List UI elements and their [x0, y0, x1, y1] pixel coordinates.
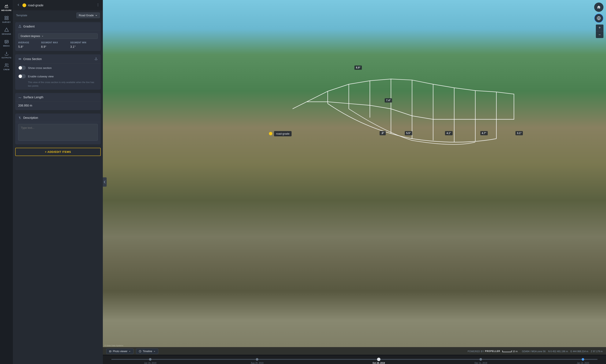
- zoom-out-button[interactable]: −: [596, 31, 604, 38]
- description-title: Description: [23, 116, 38, 119]
- timeline-label-5: Jan 19, 2020: [577, 362, 589, 364]
- sidebar-item-crew[interactable]: CREW: [0, 61, 13, 73]
- enable-cutaway-row: Enable cutaway view: [15, 72, 101, 80]
- svg-point-29: [110, 351, 110, 351]
- surface-length-icon: [18, 96, 22, 99]
- svg-rect-2: [7, 16, 8, 18]
- svg-text:T: T: [19, 117, 20, 118]
- main-panel: road-grade Template Road Grade: [13, 0, 103, 364]
- more-menu-button[interactable]: [96, 3, 100, 7]
- timeline-dot-4[interactable]: [480, 358, 482, 361]
- stat-seg-max: SEGMENT MAX 8.9°: [41, 41, 69, 48]
- title-dot: [22, 3, 26, 7]
- stat-average: AVERAGE 5.8°: [18, 41, 39, 48]
- svg-marker-5: [4, 28, 8, 31]
- panel-content: Gradient Gradient degrees AVERAGE 5.8°: [13, 21, 103, 364]
- timeline-bar: Jun 16, 2019 Aug 20, 2019 Oct 28, 2019 D…: [103, 355, 606, 364]
- sidebar-item-measure[interactable]: MEASURE: [0, 2, 13, 13]
- viewport[interactable]: road-grade 8.9° 7.4° 5.5° 4.1° 4.7° 3.1°…: [103, 0, 606, 364]
- svg-text:propeller: propeller: [485, 350, 500, 352]
- timeline-button[interactable]: Timeline: [136, 349, 158, 354]
- cross-section-header: Cross Section: [15, 54, 101, 64]
- zoom-in-button[interactable]: +: [596, 25, 604, 31]
- grade-annotation-dot: [269, 132, 272, 135]
- show-cross-section-toggle[interactable]: [18, 66, 26, 70]
- timeline-label-2: Aug 20, 2019: [251, 362, 264, 364]
- back-button[interactable]: [16, 2, 21, 8]
- photo-viewer-button[interactable]: Photo viewer: [106, 349, 134, 354]
- svg-point-9: [98, 4, 98, 4]
- description-card: T Description: [15, 114, 101, 144]
- cutaway-sublabel: This view of the cross section is only a…: [25, 80, 101, 90]
- surface-length-value: 208.950 m: [15, 102, 101, 110]
- map-attribution: © Solar Data Systems: [105, 345, 123, 347]
- timeline-label-3-active: Oct 28, 2019: [373, 362, 385, 364]
- scale-line: [502, 351, 512, 352]
- template-row: Template Road Grade: [13, 10, 103, 21]
- sidebar-item-survey[interactable]: SURVEY: [0, 13, 13, 25]
- grade-badge-89: 8.9°: [354, 65, 362, 70]
- show-cross-section-label: Show cross section: [28, 66, 52, 70]
- enable-cutaway-toggle[interactable]: [18, 74, 26, 78]
- stat-seg-min: SEGMENT MIN 3.1°: [70, 41, 98, 48]
- grade-badge-55: 5.5°: [405, 131, 412, 135]
- collapse-panel-button[interactable]: [103, 177, 107, 187]
- panel-header: road-grade: [13, 0, 103, 10]
- viewport-controls: + −: [594, 2, 604, 38]
- powered-by: POWERED BY propeller: [468, 350, 500, 353]
- download-icon[interactable]: [94, 57, 98, 61]
- gradient-icon: [18, 25, 22, 28]
- svg-rect-4: [7, 18, 8, 20]
- timeline-dot-5-end[interactable]: [582, 358, 584, 361]
- svg-marker-12: [19, 25, 21, 27]
- terrain-background: [103, 0, 606, 364]
- sidebar-item-outputs[interactable]: OUTPUTS: [0, 49, 13, 61]
- home-button[interactable]: [594, 2, 604, 12]
- timeline-label-4: Dec 11, 2019: [475, 362, 487, 364]
- panel-title: road-grade: [28, 3, 94, 7]
- cross-section-title: Cross Section: [23, 57, 42, 61]
- timeline-dot-3-active[interactable]: [377, 358, 380, 361]
- svg-point-8: [5, 64, 7, 65]
- cross-section-card: Cross Section Show cross section Enable …: [15, 54, 101, 90]
- show-cross-section-row: Show cross section: [15, 64, 101, 72]
- gradient-header: Gradient: [15, 22, 101, 31]
- icon-sidebar: MEASURE SURVEY DESIGNS MEDIA OUTPUTS: [0, 0, 13, 364]
- gradient-body: Gradient degrees AVERAGE 5.8° SEGMENT MA…: [15, 31, 101, 51]
- timeline-dot-2[interactable]: [256, 358, 258, 361]
- grade-badge-74: 7.4°: [385, 98, 392, 103]
- cross-section-icon: [18, 57, 22, 61]
- gradient-section: Gradient Gradient degrees AVERAGE 5.8°: [15, 22, 101, 51]
- grade-badge-47: 4.7°: [480, 131, 488, 135]
- timeline-dot-1[interactable]: [149, 358, 152, 361]
- grade-badge-31: 3.1°: [515, 131, 523, 135]
- sidebar-item-media[interactable]: MEDIA: [0, 37, 13, 49]
- gradient-title: Gradient: [23, 25, 35, 28]
- gradient-dropdown[interactable]: Gradient degrees: [18, 33, 98, 39]
- coordinates: GDA94 / MGA zone 56 N 6 452 481.196 m E …: [522, 350, 603, 352]
- stats-row: AVERAGE 5.8° SEGMENT MAX 8.9° SEGMENT MI…: [18, 41, 98, 48]
- svg-rect-3: [5, 18, 6, 20]
- template-select[interactable]: Road Grade: [76, 13, 100, 18]
- enable-cutaway-label: Enable cutaway view: [28, 75, 54, 78]
- grade-badge-9: .9°: [380, 131, 386, 135]
- timeline-label-1: Jun 16, 2019: [144, 362, 156, 364]
- svg-point-10: [98, 5, 98, 5]
- surface-length-header: Surface Length: [15, 93, 101, 102]
- timeline-track: Jun 16, 2019 Aug 20, 2019 Oct 28, 2019 D…: [111, 359, 598, 360]
- surface-length-card: Surface Length 208.950 m: [15, 93, 101, 110]
- globe-button[interactable]: [594, 13, 604, 23]
- grade-annotation-label: road-grade: [274, 131, 292, 136]
- sidebar-item-designs[interactable]: DESIGNS: [0, 25, 13, 37]
- grade-annotation: road-grade: [269, 131, 292, 136]
- svg-point-11: [98, 6, 98, 6]
- description-textarea[interactable]: [18, 124, 98, 141]
- svg-rect-1: [5, 16, 6, 18]
- zoom-controls: + −: [596, 25, 604, 38]
- description-icon: T: [18, 116, 22, 119]
- scale-bar: 10 m: [502, 350, 518, 352]
- surface-length-title: Surface Length: [23, 96, 43, 99]
- description-header: T Description: [15, 114, 101, 122]
- grade-badge-41: 4.1°: [445, 131, 452, 135]
- add-edit-items-button[interactable]: + ADD/EDIT ITEMS: [15, 148, 101, 156]
